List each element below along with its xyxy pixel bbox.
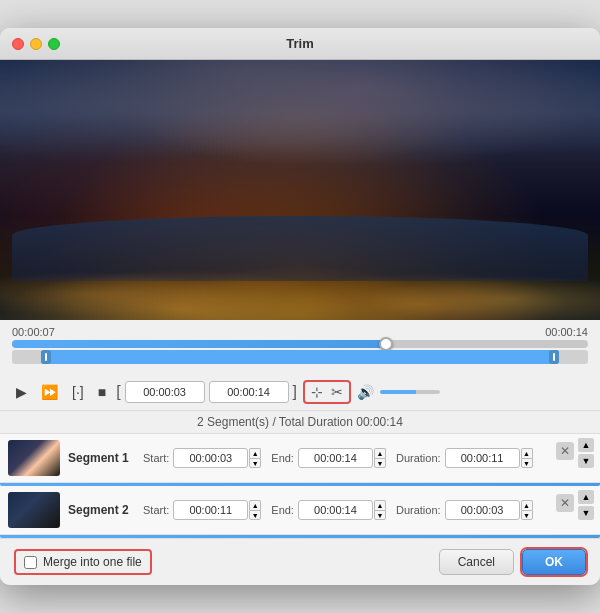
segment-row: Segment 1 Start: ▲ ▼ End: bbox=[0, 434, 600, 483]
bracket-close[interactable]: ] bbox=[293, 383, 297, 401]
segment-1-end-up[interactable]: ▲ bbox=[374, 448, 386, 458]
progress-bar[interactable] bbox=[12, 340, 588, 348]
segment-2-duration-field: Duration: ▲ ▼ bbox=[396, 500, 533, 520]
time-labels: 00:00:07 00:00:14 bbox=[12, 326, 588, 338]
segment-2-thumb-img bbox=[8, 492, 60, 528]
segment-1-end-down[interactable]: ▼ bbox=[374, 458, 386, 468]
segment-2-start-wrap: ▲ ▼ bbox=[173, 500, 261, 520]
segment-2-duration-input[interactable] bbox=[445, 500, 520, 520]
segment-2-start-label: Start: bbox=[143, 504, 169, 516]
segment-2-start-input[interactable] bbox=[173, 500, 248, 520]
segment-2-start-spinners: ▲ ▼ bbox=[249, 500, 261, 520]
segment-1-start-label: Start: bbox=[143, 452, 169, 464]
segment-row: Segment 2 Start: ▲ ▼ End: bbox=[0, 486, 600, 535]
segment-2-end-input[interactable] bbox=[298, 500, 373, 520]
bracket-open[interactable]: [ bbox=[116, 383, 120, 401]
split-trim-icon[interactable]: ⊹ bbox=[308, 383, 326, 401]
segment-1-duration-down[interactable]: ▼ bbox=[521, 458, 533, 468]
segments-area: Segment 1 Start: ▲ ▼ End: bbox=[0, 433, 600, 538]
segment-1-label: Segment 1 bbox=[68, 451, 133, 465]
close-button[interactable] bbox=[12, 38, 24, 50]
segment-2-scroll-down[interactable]: ▼ bbox=[578, 506, 594, 520]
segment-2-start-down[interactable]: ▼ bbox=[249, 510, 261, 520]
segment-1-duration-up[interactable]: ▲ bbox=[521, 448, 533, 458]
segment-1-duration-label: Duration: bbox=[396, 452, 441, 464]
time-end-input[interactable] bbox=[209, 381, 289, 403]
segment-1-duration-input[interactable] bbox=[445, 448, 520, 468]
segment-1-end-spinners: ▲ ▼ bbox=[374, 448, 386, 468]
segment-2-start-field: Start: ▲ ▼ bbox=[143, 500, 261, 520]
segment-2-remove-button[interactable]: ✕ bbox=[556, 494, 574, 512]
river-visual bbox=[12, 216, 588, 281]
maximize-button[interactable] bbox=[48, 38, 60, 50]
segment-1-info: Segment 1 Start: ▲ ▼ End: bbox=[68, 448, 592, 468]
traffic-lights bbox=[12, 38, 60, 50]
segment-2-duration-label: Duration: bbox=[396, 504, 441, 516]
merge-label[interactable]: Merge into one file bbox=[43, 555, 142, 569]
segment-info-text: 2 Segment(s) / Total Duration 00:00:14 bbox=[197, 415, 403, 429]
segment-1-end-field: End: ▲ ▼ bbox=[271, 448, 386, 468]
cancel-button[interactable]: Cancel bbox=[439, 549, 514, 575]
merge-checkbox[interactable] bbox=[24, 556, 37, 569]
segment-2-duration-down[interactable]: ▼ bbox=[521, 510, 533, 520]
segment-1-start-input[interactable] bbox=[173, 448, 248, 468]
timeline-area: 00:00:07 00:00:14 bbox=[0, 320, 600, 376]
segment-2-thumb bbox=[8, 492, 60, 528]
volume-icon: 🔊 bbox=[357, 384, 374, 400]
trim-icon-group: ⊹ ✂ bbox=[303, 380, 351, 404]
time-start-input[interactable] bbox=[125, 381, 205, 403]
scissors-icon[interactable]: ✂ bbox=[328, 383, 346, 401]
stop-button[interactable]: ■ bbox=[94, 382, 110, 402]
video-preview-area bbox=[0, 60, 600, 320]
fast-forward-button[interactable]: ⏩ bbox=[37, 382, 62, 402]
progress-handle[interactable] bbox=[379, 337, 393, 351]
segment-2-end-label: End: bbox=[271, 504, 294, 516]
segment-1-start-wrap: ▲ ▼ bbox=[173, 448, 261, 468]
controls-row: ▶ ⏩ [·] ■ [ ] ⊹ ✂ 🔊 bbox=[0, 376, 600, 410]
segment-1-start-down[interactable]: ▼ bbox=[249, 458, 261, 468]
trim-handle-right[interactable] bbox=[549, 350, 559, 364]
segment-1-duration-spinners: ▲ ▼ bbox=[521, 448, 533, 468]
segment-1-duration-field: Duration: ▲ ▼ bbox=[396, 448, 533, 468]
segment-2-duration-spinners: ▲ ▼ bbox=[521, 500, 533, 520]
segment-1-remove-button[interactable]: ✕ bbox=[556, 442, 574, 460]
segment-2-end-down[interactable]: ▼ bbox=[374, 510, 386, 520]
segment-2-duration-wrap: ▲ ▼ bbox=[445, 500, 533, 520]
segment-2-scroll-up[interactable]: ▲ bbox=[578, 490, 594, 504]
window-title: Trim bbox=[286, 36, 313, 51]
segment-1-scroll-up[interactable]: ▲ bbox=[578, 438, 594, 452]
trim-bar[interactable] bbox=[12, 350, 588, 364]
segment-info-bar: 2 Segment(s) / Total Duration 00:00:14 bbox=[0, 410, 600, 433]
play-button[interactable]: ▶ bbox=[12, 382, 31, 402]
trim-fill bbox=[41, 350, 559, 364]
ok-button[interactable]: OK bbox=[522, 549, 586, 575]
segment-1-scroll-down[interactable]: ▼ bbox=[578, 454, 594, 468]
segment-1-thumb-img bbox=[8, 440, 60, 476]
segment-1-start-up[interactable]: ▲ bbox=[249, 448, 261, 458]
segment-2-start-up[interactable]: ▲ bbox=[249, 500, 261, 510]
segment-2-end-wrap: ▲ ▼ bbox=[298, 500, 386, 520]
video-preview bbox=[0, 60, 600, 320]
time-label-start: 00:00:07 bbox=[12, 326, 55, 338]
segment-2-end-field: End: ▲ ▼ bbox=[271, 500, 386, 520]
segment-2-end-spinners: ▲ ▼ bbox=[374, 500, 386, 520]
segment-2-duration-up[interactable]: ▲ bbox=[521, 500, 533, 510]
trim-handle-left[interactable] bbox=[41, 350, 51, 364]
title-bar: Trim bbox=[0, 28, 600, 60]
minimize-button[interactable] bbox=[30, 38, 42, 50]
segment-1-start-spinners: ▲ ▼ bbox=[249, 448, 261, 468]
segment-2-info: Segment 2 Start: ▲ ▼ End: bbox=[68, 500, 592, 520]
segment-1-end-input[interactable] bbox=[298, 448, 373, 468]
time-label-end: 00:00:14 bbox=[545, 326, 588, 338]
bottom-bar: Merge into one file Cancel OK bbox=[0, 538, 600, 585]
segment-2-end-up[interactable]: ▲ bbox=[374, 500, 386, 510]
volume-slider[interactable] bbox=[380, 390, 440, 394]
progress-fill bbox=[12, 340, 386, 348]
segment-2-label: Segment 2 bbox=[68, 503, 133, 517]
segment-1-duration-wrap: ▲ ▼ bbox=[445, 448, 533, 468]
time-input-group: [ ] bbox=[116, 381, 297, 403]
segment-1-thumb bbox=[8, 440, 60, 476]
trim-window: Trim 00:00:07 00:00:14 ▶ ⏩ [·] ■ [ bbox=[0, 28, 600, 585]
segment-1-start-field: Start: ▲ ▼ bbox=[143, 448, 261, 468]
loop-button[interactable]: [·] bbox=[68, 382, 88, 402]
